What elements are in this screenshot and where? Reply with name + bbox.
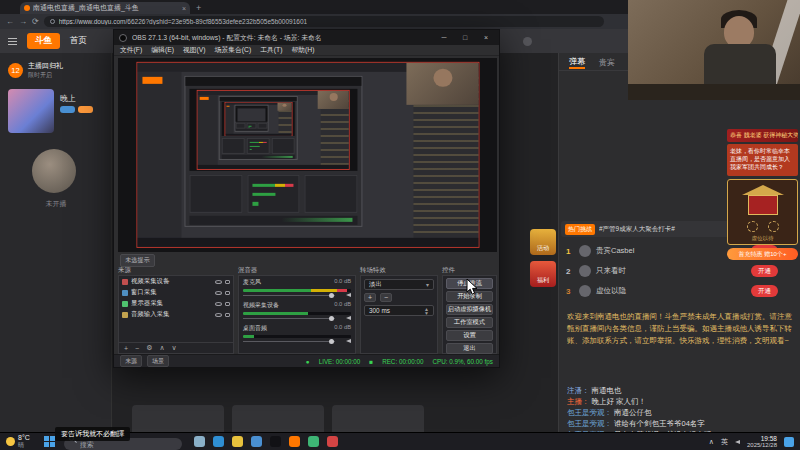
weather-widget[interactable]: 8°C 晴 bbox=[0, 434, 36, 450]
speaker-icon[interactable] bbox=[346, 316, 351, 320]
visibility-eye-icon[interactable] bbox=[215, 280, 222, 284]
obs-window[interactable]: OBS 27.1.3 (64-bit, windows) - 配置文件: 未命名… bbox=[113, 29, 500, 368]
forward-icon[interactable]: → bbox=[19, 17, 27, 26]
obs-preview[interactable] bbox=[118, 58, 497, 252]
wechat-icon[interactable] bbox=[308, 436, 319, 447]
chat-tab-1[interactable]: 贵宾 bbox=[599, 57, 615, 68]
tray-chevron-icon[interactable]: ∧ bbox=[709, 438, 714, 446]
site-info-icon[interactable] bbox=[50, 19, 55, 24]
douyu-logo[interactable]: 斗鱼 bbox=[27, 33, 60, 49]
source-row[interactable]: 窗口采集 bbox=[119, 287, 233, 298]
empty-seat-icon[interactable] bbox=[747, 221, 758, 232]
obs-menu-5[interactable]: 帮助(H) bbox=[292, 45, 315, 55]
start-button[interactable] bbox=[44, 436, 56, 448]
obs-titlebar[interactable]: OBS 27.1.3 (64-bit, windows) - 配置文件: 未命名… bbox=[114, 30, 499, 45]
obs-menu-3[interactable]: 场景集合(C) bbox=[215, 45, 252, 55]
browser-tab[interactable]: 南通电也直播_南通电也直播_斗鱼 × bbox=[20, 2, 190, 14]
clock[interactable]: 19:58 2025/12/28 bbox=[747, 435, 777, 449]
control-button-4[interactable]: 设置 bbox=[446, 330, 493, 341]
empty-seat-icon[interactable] bbox=[768, 221, 779, 232]
address-bar[interactable]: https://www.douyu.com/66226?dyshid=23e95… bbox=[44, 16, 604, 27]
volume-slider[interactable] bbox=[243, 316, 351, 321]
message-user[interactable]: 注潘： bbox=[567, 386, 590, 395]
task-view-icon[interactable] bbox=[194, 436, 205, 447]
douyu-icon[interactable] bbox=[289, 436, 300, 447]
control-button-2[interactable]: 启动虚拟摄像机 bbox=[446, 304, 493, 315]
lock-icon[interactable] bbox=[225, 302, 230, 306]
nav-home[interactable]: 首页 bbox=[70, 35, 87, 47]
message-user[interactable]: 主播： bbox=[567, 397, 590, 406]
ime-indicator[interactable]: 英 bbox=[721, 437, 728, 447]
date: 2025/12/28 bbox=[747, 442, 777, 449]
streamer-cover[interactable] bbox=[8, 89, 54, 133]
duration-spinner[interactable]: 300 ms ▲▼ bbox=[364, 305, 434, 316]
close-button[interactable]: × bbox=[478, 34, 494, 41]
control-button-5[interactable]: 退出 bbox=[446, 343, 493, 354]
maximize-button[interactable]: □ bbox=[457, 34, 473, 41]
source-tool-1[interactable]: − bbox=[135, 345, 139, 352]
visibility-eye-icon[interactable] bbox=[215, 313, 222, 317]
dock-tab-sources[interactable]: 来源 bbox=[120, 355, 142, 367]
speaker-icon[interactable] bbox=[346, 339, 351, 343]
lock-icon[interactable] bbox=[225, 291, 230, 295]
slider-track bbox=[243, 295, 335, 296]
activity-widget[interactable]: 虚位以待 bbox=[727, 179, 798, 245]
tab-close-icon[interactable]: × bbox=[182, 5, 186, 12]
obs-menu-4[interactable]: 工具(T) bbox=[260, 45, 282, 55]
remove-transition-button[interactable]: − bbox=[380, 293, 392, 302]
source-tool-0[interactable]: + bbox=[124, 345, 128, 352]
chat-tab-0[interactable]: 弹幕 bbox=[569, 56, 585, 69]
source-tool-4[interactable]: ∨ bbox=[172, 344, 177, 352]
new-tab-button[interactable]: + bbox=[196, 3, 201, 13]
qq-icon[interactable] bbox=[327, 436, 338, 447]
speaker-icon[interactable] bbox=[346, 293, 351, 297]
obs-menu-1[interactable]: 编辑(E) bbox=[151, 45, 174, 55]
invite-popup[interactable]: 老妹，看你时常临幸本直播间，是否愿意加入我家军团共同成长？ bbox=[727, 144, 798, 176]
reload-icon[interactable]: ⟳ bbox=[32, 17, 39, 26]
lock-icon[interactable] bbox=[225, 313, 230, 317]
source-tool-2[interactable]: ⚙ bbox=[146, 344, 152, 352]
menu-icon[interactable] bbox=[8, 38, 17, 45]
transition-value: 淡出 bbox=[369, 280, 382, 289]
avatar[interactable] bbox=[32, 149, 76, 193]
edge-icon[interactable] bbox=[213, 436, 224, 447]
notification-icon[interactable] bbox=[523, 37, 532, 46]
slider-knob[interactable] bbox=[329, 339, 334, 344]
add-transition-button[interactable]: + bbox=[364, 293, 376, 302]
rank-user-name: 贵宾Casbel bbox=[596, 246, 746, 256]
obs-menu-0[interactable]: 文件(F) bbox=[120, 45, 142, 55]
activity-pendant[interactable]: 活动 bbox=[530, 229, 556, 255]
volume-slider[interactable] bbox=[243, 293, 351, 298]
obs-window-title: OBS 27.1.3 (64-bit, windows) - 配置文件: 未命名… bbox=[132, 33, 431, 43]
transition-select[interactable]: 淡出 ▾ bbox=[364, 279, 434, 290]
promo-banner[interactable]: 12 主播回归礼 限时开启 bbox=[8, 61, 63, 80]
recharge-banner[interactable]: 首充特惠 赠10个+ bbox=[727, 248, 798, 260]
rank-action-button[interactable]: 开通 bbox=[751, 265, 778, 277]
lock-icon[interactable] bbox=[225, 280, 230, 284]
mixer-channel-name: 桌面音频 bbox=[243, 324, 267, 333]
spinner-arrows-icon[interactable]: ▲▼ bbox=[424, 307, 429, 315]
welfare-pendant[interactable]: 福利 bbox=[530, 261, 556, 287]
source-row[interactable]: 音频输入采集 bbox=[119, 309, 233, 320]
obs-icon[interactable] bbox=[270, 436, 281, 447]
message-user[interactable]: 包王是旁观： bbox=[567, 419, 612, 428]
explorer-icon[interactable] bbox=[232, 436, 243, 447]
obs-menu-2[interactable]: 视图(V) bbox=[183, 45, 206, 55]
source-row[interactable]: 视频采集设备 bbox=[119, 276, 233, 287]
message-user[interactable]: 包王是旁观： bbox=[567, 408, 612, 417]
back-icon[interactable]: ← bbox=[6, 17, 14, 26]
slider-knob[interactable] bbox=[329, 316, 334, 321]
volume-icon[interactable] bbox=[735, 440, 740, 444]
visibility-eye-icon[interactable] bbox=[215, 291, 222, 295]
visibility-eye-icon[interactable] bbox=[215, 302, 222, 306]
source-tool-3[interactable]: ∧ bbox=[159, 344, 164, 352]
dock-tab-scenes[interactable]: 场景 bbox=[147, 355, 169, 367]
slider-knob[interactable] bbox=[329, 293, 334, 298]
chrome-icon[interactable] bbox=[251, 436, 262, 447]
minimize-button[interactable]: ─ bbox=[436, 34, 452, 41]
control-button-3[interactable]: 工作室模式 bbox=[446, 317, 493, 328]
notification-center-icon[interactable] bbox=[784, 437, 794, 447]
volume-slider[interactable] bbox=[243, 339, 351, 344]
rank-action-button[interactable]: 开通 bbox=[751, 285, 778, 297]
source-row[interactable]: 显示器采集 bbox=[119, 298, 233, 309]
